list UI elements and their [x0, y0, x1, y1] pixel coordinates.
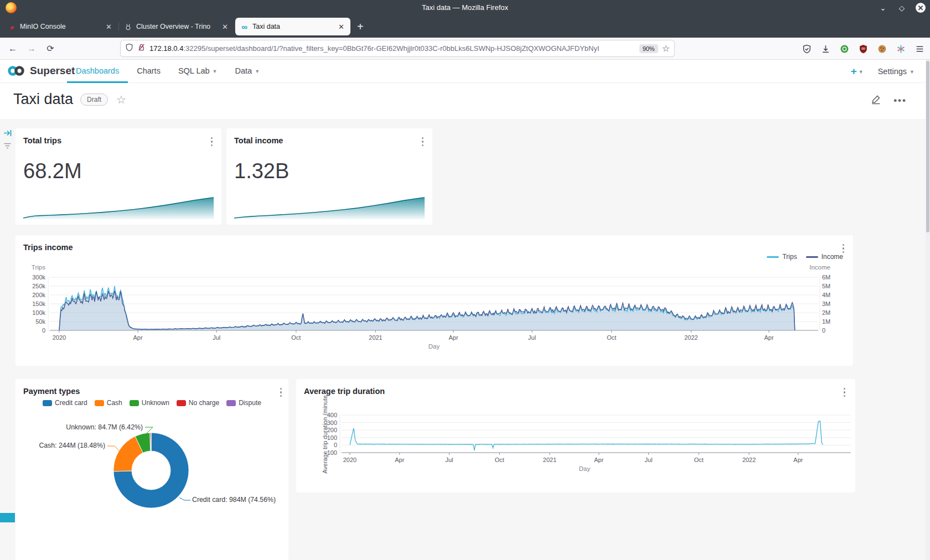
chart-title: Total trips — [23, 136, 61, 145]
tracking-shield-icon[interactable] — [125, 43, 133, 54]
draft-badge: Draft — [80, 94, 108, 106]
cookie-icon[interactable] — [877, 44, 887, 54]
nav-sql-lab[interactable]: SQL Lab▼ — [169, 60, 226, 83]
superset-navbar: Superset Dashboards Charts SQL Lab▼ Data… — [0, 60, 926, 83]
svg-text:Apr: Apr — [395, 457, 404, 463]
settings-menu[interactable]: Settings▼ — [878, 67, 914, 76]
menu-hamburger-icon[interactable] — [915, 44, 924, 54]
forward-button[interactable]: → — [24, 42, 39, 56]
close-window-icon[interactable]: ✕ — [916, 3, 926, 13]
bookmark-star-icon[interactable]: ☆ — [662, 43, 670, 54]
expand-filters-icon[interactable] — [3, 129, 12, 139]
svg-text:Day: Day — [428, 343, 440, 350]
svg-text:Day: Day — [579, 465, 591, 472]
svg-text:5M: 5M — [822, 283, 830, 289]
svg-text:Jul: Jul — [213, 334, 220, 341]
svg-text:150k: 150k — [32, 300, 45, 307]
nav-dashboards[interactable]: Dashboards — [67, 60, 128, 83]
svg-text:300: 300 — [327, 419, 337, 426]
trino-icon — [124, 23, 132, 31]
chevron-down-icon: ▼ — [255, 69, 260, 74]
maximize-icon[interactable]: ◇ — [897, 3, 907, 13]
svg-text:Trips: Trips — [32, 264, 45, 271]
svg-text:Jul: Jul — [528, 334, 536, 341]
tab-minio-console[interactable]: MinIO Console ✕ — [3, 18, 118, 35]
total-income-card: Total income 1.32B — [226, 128, 432, 225]
insecure-lock-icon[interactable] — [137, 43, 146, 54]
svg-text:Average trip duration (minute: Average trip duration (minute — [322, 395, 328, 474]
minimize-icon[interactable]: ⌄ — [878, 3, 888, 13]
browser-toolbar: ← → ⟳ 172.18.0.4:32295/superset/dashboar… — [0, 38, 930, 60]
page-title: Taxi data — [13, 91, 73, 108]
nav-charts[interactable]: Charts — [128, 60, 169, 83]
kebab-menu-icon[interactable] — [211, 136, 213, 147]
payment-types-donut-chart[interactable] — [16, 379, 288, 560]
chart-title: Total income — [234, 136, 283, 145]
superset-icon: ∞ — [240, 23, 249, 31]
kebab-menu-icon[interactable] — [422, 136, 423, 147]
svg-text:2021: 2021 — [369, 334, 382, 341]
chevron-down-icon: ▼ — [910, 69, 914, 75]
scrollbar-thumb[interactable] — [926, 61, 929, 232]
reload-button[interactable]: ⟳ — [43, 42, 58, 56]
extension-green-icon[interactable] — [840, 44, 849, 54]
close-tab-icon[interactable]: ✕ — [337, 23, 345, 31]
url-text: 172.18.0.4:32295/superset/dashboard/1/?n… — [149, 44, 636, 53]
svg-text:Oct: Oct — [607, 334, 616, 341]
svg-text:Apr: Apr — [764, 334, 773, 341]
firefox-icon — [6, 2, 17, 13]
add-new-button[interactable]: +▼ — [851, 65, 864, 77]
svg-text:2022: 2022 — [742, 457, 756, 463]
average-trip-duration-chart[interactable]: 4003002001000-1002020AprJulOct2021AprJul… — [296, 379, 855, 492]
tab-bar: MinIO Console ✕ Cluster Overview - Trino… — [0, 15, 930, 38]
svg-text:Oct: Oct — [694, 457, 704, 463]
close-tab-icon[interactable]: ✕ — [221, 23, 229, 31]
svg-text:400: 400 — [327, 412, 337, 418]
svg-text:Income: Income — [809, 264, 830, 271]
svg-text:Jul: Jul — [645, 457, 653, 463]
filter-funnel-icon[interactable] — [3, 142, 12, 153]
screen: Taxi data — Mozilla Firefox ⌄ ◇ ✕ MinIO … — [0, 0, 930, 560]
svg-text:Oct: Oct — [291, 334, 301, 341]
nav-data[interactable]: Data▼ — [226, 60, 269, 83]
svg-text:Apr: Apr — [448, 334, 458, 341]
protections-shield-icon[interactable] — [802, 44, 812, 54]
trips-income-chart[interactable]: 300k6M250k5M200k4M150k3M100k2M50k1M00Tri… — [16, 235, 853, 366]
big-number-value: 1.32B — [234, 159, 289, 183]
favorite-star-icon[interactable]: ☆ — [116, 93, 126, 106]
chevron-down-icon: ▼ — [859, 69, 864, 75]
zoom-level-badge[interactable]: 90% — [639, 44, 658, 53]
page-scrollbar[interactable] — [926, 60, 930, 560]
tab-taxi-data[interactable]: ∞ Taxi data ✕ — [235, 18, 350, 35]
filter-bar-collapsed — [0, 119, 15, 560]
donut-callout-credit-card: Credit card: 984M (74.56%) — [192, 496, 276, 504]
svg-text:0: 0 — [822, 327, 825, 334]
more-options-icon[interactable]: ••• — [893, 95, 907, 106]
url-bar[interactable]: 172.18.0.4:32295/superset/dashboard/1/?n… — [121, 40, 674, 56]
extension-asterisk-icon[interactable] — [896, 44, 906, 54]
window-title: Taxi data — Mozilla Firefox — [422, 0, 508, 15]
svg-text:Oct: Oct — [495, 457, 504, 463]
svg-text:2020: 2020 — [343, 457, 356, 463]
payment-types-card: Payment types Credit card Cash Unknown N… — [16, 379, 288, 560]
donut-callout-cash: Cash: 244M (18.48%) — [39, 442, 105, 449]
svg-text:Apr: Apr — [594, 457, 603, 463]
superset-logo[interactable]: Superset — [7, 64, 75, 77]
edit-pencil-icon[interactable] — [871, 94, 881, 107]
svg-text:0: 0 — [334, 442, 337, 448]
svg-text:50k: 50k — [35, 318, 45, 325]
svg-text:200k: 200k — [32, 292, 45, 298]
filter-bar-footer[interactable] — [0, 513, 15, 522]
svg-text:4M: 4M — [822, 292, 830, 298]
tab-trino[interactable]: Cluster Overview - Trino ✕ — [119, 18, 234, 35]
downloads-icon[interactable] — [821, 44, 830, 54]
close-tab-icon[interactable]: ✕ — [105, 23, 113, 31]
svg-text:0: 0 — [42, 327, 45, 334]
svg-text:2021: 2021 — [543, 457, 556, 463]
big-number-value: 68.2M — [23, 159, 82, 183]
back-button[interactable]: ← — [6, 42, 20, 56]
ublock-shield-icon[interactable] — [859, 44, 868, 54]
new-tab-button[interactable]: + — [357, 20, 364, 33]
superset-infinity-icon — [7, 64, 25, 77]
svg-text:Jul: Jul — [446, 457, 453, 463]
